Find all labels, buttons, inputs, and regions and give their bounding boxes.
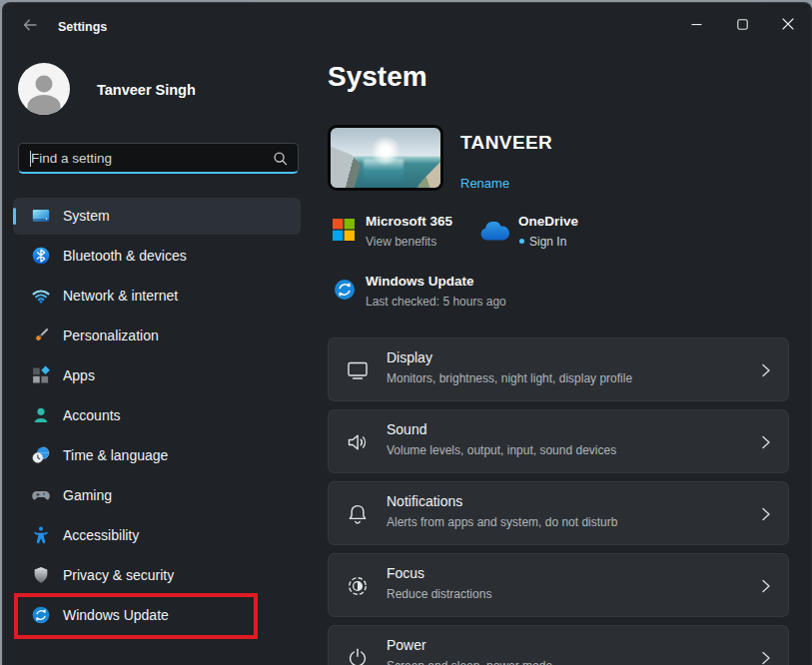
window-controls — [673, 3, 811, 45]
settings-window: Settings Tanveer Singh — [2, 2, 812, 665]
display-icon — [31, 206, 51, 226]
clock-globe-icon — [31, 445, 51, 465]
speaker-icon — [346, 430, 370, 454]
thumbnail-sun — [369, 134, 403, 168]
sidebar-item-label: Time & language — [63, 447, 168, 463]
chevron-right-icon — [760, 578, 772, 594]
back-button[interactable] — [15, 11, 45, 39]
monitor-icon — [346, 358, 370, 382]
highlight-box — [14, 593, 258, 639]
card-sound[interactable]: Sound Volume levels, output, input, soun… — [328, 409, 789, 473]
microsoft-365-title[interactable]: Microsoft 365 — [366, 214, 452, 229]
card-power[interactable]: Power Screen and sleep, power mode — [328, 625, 789, 665]
sidebar-item-network-internet[interactable]: Network & internet — [13, 278, 301, 315]
sidebar-item-label: Gaming — [63, 487, 112, 503]
text-caret — [30, 151, 31, 167]
power-icon — [346, 646, 370, 665]
sidebar-item-label: Network & internet — [63, 288, 178, 304]
card-display[interactable]: Display Monitors, brightness, night ligh… — [328, 337, 789, 401]
sidebar-item-label: Personalization — [63, 328, 159, 343]
person-silhouette-icon — [18, 63, 70, 115]
wifi-icon — [31, 286, 51, 306]
user-name: Tanveer Singh — [97, 82, 196, 98]
sidebar-item-gaming[interactable]: Gaming — [13, 477, 301, 514]
card-subtitle: Volume levels, output, input, sound devi… — [387, 443, 616, 457]
sidebar-item-time-language[interactable]: Time & language — [13, 437, 301, 474]
maximize-button[interactable] — [719, 3, 765, 45]
card-focus[interactable]: Focus Reduce distractions — [328, 553, 789, 617]
windows-update-sync-icon — [333, 278, 357, 302]
card-title: Focus — [387, 565, 424, 581]
maximize-icon — [737, 19, 748, 30]
card-subtitle: Alerts from apps and system, do not dist… — [387, 515, 617, 529]
device-name: TANVEER — [460, 132, 552, 154]
sidebar-item-label: Accessibility — [63, 527, 139, 543]
selected-indicator-pill — [13, 208, 16, 225]
window-title: Settings — [58, 20, 107, 34]
paintbrush-icon — [31, 326, 51, 345]
minimize-icon — [691, 19, 702, 30]
card-notifications[interactable]: Notifications Alerts from apps and syste… — [328, 481, 789, 545]
sidebar-item-personalization[interactable]: Personalization — [13, 318, 301, 354]
search-input[interactable] — [19, 151, 273, 166]
microsoft-logo-icon — [333, 219, 355, 241]
sidebar-item-label: Accounts — [63, 407, 121, 423]
thumbnail-right-shore — [408, 158, 443, 191]
user-avatar[interactable] — [18, 63, 70, 115]
gamepad-icon — [31, 485, 51, 505]
sidebar-item-accounts[interactable]: Accounts — [13, 397, 301, 434]
focus-icon — [346, 574, 370, 598]
chevron-right-icon — [760, 362, 772, 378]
card-subtitle: Monitors, brightness, night light, displ… — [387, 371, 632, 385]
page-title: System — [328, 61, 427, 93]
chevron-right-icon — [760, 434, 772, 450]
card-subtitle: Reduce distractions — [387, 587, 491, 601]
titlebar: Settings — [3, 3, 811, 47]
search-box[interactable] — [18, 143, 299, 174]
sidebar-item-label: Apps — [63, 367, 95, 383]
card-title: Sound — [387, 421, 426, 437]
sidebar-item-bluetooth-devices[interactable]: Bluetooth & devices — [13, 238, 301, 275]
sidebar-item-system[interactable]: System — [13, 198, 301, 235]
onedrive-title[interactable]: OneDrive — [518, 214, 578, 229]
card-subtitle: Screen and sleep, power mode — [387, 659, 552, 665]
signin-link[interactable]: Sign In — [529, 235, 566, 249]
search-icon — [273, 151, 288, 166]
device-wallpaper-thumbnail — [328, 125, 443, 191]
shield-icon — [31, 565, 51, 585]
view-benefits-link[interactable]: View benefits — [366, 235, 436, 249]
bluetooth-icon — [31, 246, 51, 266]
chevron-right-icon — [760, 650, 772, 665]
card-title: Power — [387, 637, 426, 653]
rename-link[interactable]: Rename — [460, 176, 509, 191]
signin-status-dot — [519, 239, 524, 244]
sidebar-item-label: System — [63, 208, 110, 224]
minimize-button[interactable] — [673, 3, 719, 45]
sidebar-item-label: Bluetooth & devices — [63, 248, 187, 264]
last-checked-text: Last checked: 5 hours ago — [366, 295, 506, 309]
onedrive-cloud-icon — [479, 222, 510, 241]
card-title: Display — [387, 349, 432, 365]
apps-grid-icon — [31, 365, 51, 385]
card-title: Notifications — [387, 493, 462, 509]
person-icon — [31, 405, 51, 425]
close-button[interactable] — [765, 3, 811, 45]
chevron-right-icon — [760, 506, 772, 522]
windows-update-status-title[interactable]: Windows Update — [366, 274, 474, 289]
sidebar-item-privacy-security[interactable]: Privacy & security — [13, 557, 301, 594]
sidebar-item-label: Privacy & security — [63, 567, 174, 583]
sidebar-item-accessibility[interactable]: Accessibility — [13, 517, 301, 554]
close-icon — [782, 18, 794, 30]
back-arrow-icon — [22, 17, 38, 33]
accessibility-icon — [31, 525, 51, 545]
bell-icon — [346, 502, 370, 526]
sidebar-item-apps[interactable]: Apps — [13, 357, 301, 394]
